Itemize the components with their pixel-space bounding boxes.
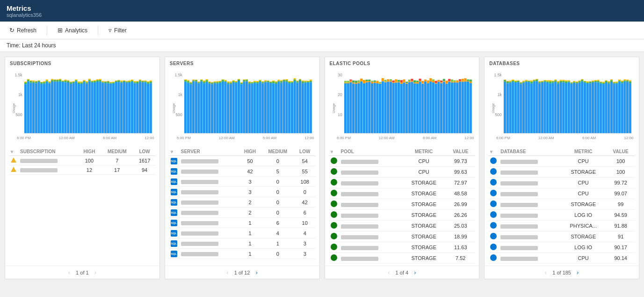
row-value-databases-3: 99.07	[606, 188, 635, 199]
filter-button[interactable]: ▿ Filter	[106, 25, 130, 35]
svg-rect-438	[456, 82, 458, 83]
svg-rect-124	[131, 82, 133, 133]
svg-rect-283	[296, 82, 298, 133]
svg-text:12:00 AM: 12:00 AM	[378, 136, 394, 140]
row-medium-servers-3: 0	[261, 187, 294, 197]
table-row[interactable]: STORAGE11.63	[329, 242, 476, 253]
svg-rect-478	[517, 82, 520, 133]
table-row[interactable]: STORAGE72.97	[329, 178, 476, 188]
svg-rect-582	[608, 82, 610, 84]
svg-rect-76	[88, 82, 91, 134]
svg-rect-352	[381, 81, 384, 133]
table-row[interactable]: CPU99.73	[329, 156, 476, 167]
svg-rect-282	[293, 80, 296, 81]
next-page-btn-servers[interactable]: ›	[253, 269, 259, 276]
svg-text:10: 10	[338, 112, 342, 117]
table-row[interactable]: STORAGE91	[488, 231, 635, 242]
svg-rect-539	[571, 82, 573, 82]
prev-page-btn-elastic_pools[interactable]: ‹	[386, 269, 391, 276]
svg-rect-115	[123, 82, 125, 133]
next-page-btn-elastic_pools[interactable]: ›	[412, 269, 418, 276]
table-row[interactable]: SQL144	[169, 228, 316, 238]
svg-rect-243	[259, 81, 261, 82]
svg-rect-19	[37, 82, 40, 134]
table-row[interactable]: STORAGE100	[488, 167, 635, 178]
svg-rect-224	[243, 79, 245, 80]
table-row[interactable]: STORAGE48.58	[329, 188, 476, 199]
svg-rect-51	[64, 81, 66, 82]
svg-rect-415	[437, 82, 440, 133]
refresh-button[interactable]: ↻ Refresh	[7, 25, 39, 35]
col-header-databases-2: VALUE	[606, 148, 635, 156]
table-row[interactable]: CPU99.63	[329, 167, 476, 178]
svg-text:Usage: Usage	[12, 103, 16, 113]
row-metric-elastic_pools-4: STORAGE	[402, 199, 446, 210]
table-row[interactable]: 10071617	[9, 156, 156, 165]
svg-rect-160	[187, 83, 189, 134]
row-name-servers-2	[179, 177, 239, 187]
svg-rect-142	[147, 84, 149, 134]
svg-rect-20	[37, 80, 40, 81]
table-row[interactable]: SQL103	[169, 249, 316, 259]
svg-rect-43	[59, 82, 61, 134]
table-row[interactable]: STORAGE7.52	[329, 253, 476, 264]
table-row[interactable]: LOG IO90.17	[488, 242, 635, 253]
table-row[interactable]: CPU99.72	[488, 178, 635, 188]
table-row[interactable]: LOG IO94.59	[488, 210, 635, 221]
table-row[interactable]: STORAGE26.26	[329, 210, 476, 221]
svg-rect-171	[195, 80, 197, 82]
svg-rect-33	[48, 82, 51, 83]
svg-rect-246	[261, 82, 264, 83]
row-icon-elastic_pools-0	[329, 156, 339, 167]
table-row[interactable]: STORAGE26.99	[329, 199, 476, 210]
svg-rect-469	[509, 83, 512, 134]
svg-rect-480	[517, 81, 520, 82]
svg-rect-253	[269, 83, 272, 133]
table-row[interactable]: STORAGE99	[488, 199, 635, 210]
svg-rect-7	[27, 82, 29, 134]
table-row[interactable]: SQL30108	[169, 177, 316, 187]
svg-rect-358	[387, 82, 389, 133]
svg-text:1.5k: 1.5k	[15, 73, 23, 77]
table-row[interactable]: SQL300	[169, 187, 316, 197]
svg-rect-446	[464, 78, 466, 80]
svg-rect-212	[232, 80, 234, 81]
next-page-btn-databases[interactable]: ›	[575, 269, 580, 276]
prev-page-btn-databases[interactable]: ‹	[543, 269, 549, 276]
next-page-btn-subscriptions[interactable]: ›	[93, 269, 98, 276]
row-icon-databases-3	[488, 188, 499, 199]
svg-rect-354	[381, 80, 384, 82]
svg-rect-273	[285, 80, 288, 82]
svg-rect-67	[80, 84, 83, 134]
svg-rect-255	[269, 82, 272, 83]
table-row[interactable]: SQL113	[169, 238, 316, 249]
svg-rect-266	[280, 80, 282, 81]
table-row[interactable]: SQL206	[169, 208, 316, 218]
row-low-servers-6: 10	[294, 218, 316, 228]
table-row[interactable]: CPU99.07	[488, 188, 635, 199]
table-row[interactable]: STORAGE25.03	[329, 221, 476, 231]
svg-rect-296	[307, 81, 309, 82]
table-row[interactable]: 121794	[9, 165, 156, 175]
table-row[interactable]: STORAGE18.99	[329, 231, 476, 242]
analytics-button[interactable]: ⊞ Analytics	[55, 25, 90, 35]
svg-rect-288	[299, 80, 301, 81]
table-row[interactable]: PHYSICA...91.88	[488, 221, 635, 231]
svg-rect-25	[43, 83, 45, 133]
table-row[interactable]: SQL42555	[169, 166, 316, 177]
svg-rect-218	[238, 79, 240, 80]
svg-rect-141	[144, 81, 146, 82]
table-row[interactable]: CPU90.14	[488, 253, 635, 264]
row-high-servers-9: 1	[239, 249, 261, 259]
table-row[interactable]: CPU100	[488, 156, 635, 167]
prev-page-btn-servers[interactable]: ‹	[224, 269, 230, 276]
prev-page-btn-subscriptions[interactable]: ‹	[66, 269, 72, 276]
svg-rect-402	[424, 81, 426, 82]
table-row[interactable]: SQL50054	[169, 156, 316, 166]
col-header-subscriptions-3: LOW	[134, 148, 156, 156]
table-row[interactable]: SQL2042	[169, 197, 316, 208]
table-row[interactable]: SQL1610	[169, 218, 316, 228]
svg-rect-192	[213, 82, 216, 83]
row-name-servers-8	[179, 238, 239, 249]
svg-rect-356	[384, 80, 386, 82]
